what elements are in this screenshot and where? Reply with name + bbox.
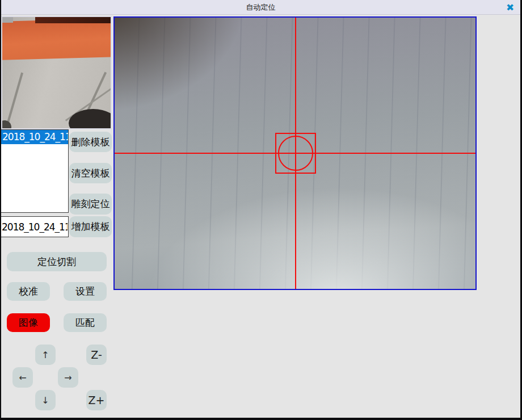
title-bar: 自动定位	[1, 0, 520, 15]
template-name-input[interactable]	[1, 216, 69, 237]
close-button[interactable]: ✖	[503, 1, 517, 14]
camera-view[interactable]	[113, 16, 477, 290]
thumbnail-orange-board	[1, 18, 112, 60]
template-thumbnail-preview	[1, 16, 112, 129]
jog-up-button[interactable]: ↑	[35, 345, 56, 365]
jog-right-button[interactable]: →	[58, 367, 78, 388]
window-title: 自动定位	[246, 2, 276, 12]
template-list[interactable]: 2018_10_24_11	[1, 129, 69, 213]
match-button[interactable]: 匹配	[64, 313, 107, 332]
close-icon: ✖	[506, 2, 514, 13]
z-minus-button[interactable]: Z-	[86, 345, 107, 365]
calibrate-button[interactable]: 校准	[7, 282, 50, 301]
add-template-button[interactable]: 增加模板	[69, 216, 112, 237]
thumbnail-dark-strip	[35, 16, 112, 23]
z-plus-button[interactable]: Z+	[86, 390, 107, 410]
position-cut-button[interactable]: 定位切割	[7, 252, 107, 271]
image-button[interactable]: 图像	[7, 313, 50, 332]
jog-down-button[interactable]: ↓	[35, 390, 56, 410]
delete-template-button[interactable]: 删除模板	[69, 132, 112, 152]
engrave-position-button[interactable]: 雕刻定位	[69, 194, 112, 215]
clear-templates-button[interactable]: 清空模板	[69, 163, 112, 183]
settings-button[interactable]: 设置	[64, 282, 107, 301]
thumbnail-gray-patch	[1, 16, 13, 23]
template-list-item[interactable]: 2018_10_24_11	[1, 130, 68, 144]
template-roi-circle	[278, 136, 313, 171]
jog-left-button[interactable]: ←	[12, 367, 33, 388]
